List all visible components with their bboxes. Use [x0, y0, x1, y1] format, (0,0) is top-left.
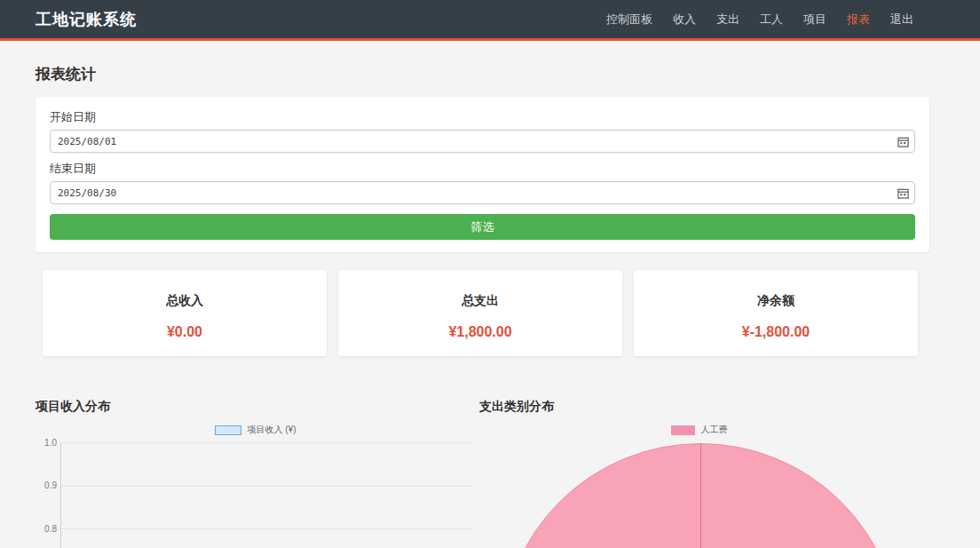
- stat-card-total-expense: 总支出 ¥1,800.00: [338, 270, 622, 356]
- nav-item-dashboard[interactable]: 控制面板: [606, 12, 652, 28]
- start-date-wrap: [50, 130, 915, 153]
- bar-chart: 项目收入 (¥) 1.0 0.9 0.8: [36, 418, 475, 548]
- pie-chart: 人工费: [479, 418, 919, 548]
- stats-row: 总收入 ¥0.00 总支出 ¥1,800.00 净余额 ¥-1,800.00: [43, 270, 918, 356]
- nav-item-income[interactable]: 收入: [673, 12, 696, 28]
- y-tick: 1.0: [36, 438, 57, 448]
- gridline: [60, 442, 473, 443]
- page: 工地记账系统 控制面板 收入 支出 工人 项目 报表 退出 报表统计 开始日期: [0, 0, 980, 548]
- stat-value: ¥-1,800.00: [742, 324, 810, 340]
- bar-chart-section: 项目收入分布 项目收入 (¥) 1.0 0.9 0.8: [36, 399, 475, 548]
- filter-card: 开始日期 结束日期: [36, 97, 929, 252]
- y-axis-line: [60, 442, 61, 548]
- filter-button[interactable]: 筛选: [50, 214, 915, 240]
- bar-legend-label: 项目收入 (¥): [248, 424, 296, 436]
- stat-value: ¥1,800.00: [448, 324, 511, 340]
- calendar-icon[interactable]: [897, 187, 909, 199]
- gridline: [60, 528, 473, 529]
- stat-value: ¥0.00: [167, 324, 202, 340]
- calendar-icon[interactable]: [897, 135, 909, 147]
- app-title: 工地记账系统: [36, 9, 137, 30]
- charts-row: 项目收入分布 项目收入 (¥) 1.0 0.9 0.8 支出类别分布: [36, 399, 980, 548]
- bar-chart-title: 项目收入分布: [36, 399, 475, 415]
- end-date-input[interactable]: [50, 181, 915, 204]
- nav-item-projects[interactable]: 项目: [803, 12, 826, 28]
- gridline: [60, 486, 473, 487]
- end-date-label: 结束日期: [50, 161, 915, 177]
- pie-chart-section: 支出类别分布 人工费: [479, 399, 919, 548]
- end-date-wrap: [50, 181, 915, 204]
- start-date-input[interactable]: [50, 130, 915, 153]
- main-nav: 控制面板 收入 支出 工人 项目 报表 退出: [606, 12, 913, 28]
- page-title: 报表统计: [36, 64, 980, 84]
- pie-chart-title: 支出类别分布: [479, 399, 919, 415]
- navbar: 工地记账系统 控制面板 收入 支出 工人 项目 报表 退出: [0, 0, 980, 41]
- nav-item-expense[interactable]: 支出: [716, 12, 739, 28]
- nav-item-logout[interactable]: 退出: [890, 12, 913, 28]
- start-date-label: 开始日期: [50, 109, 915, 125]
- stat-label: 总收入: [166, 293, 203, 309]
- bar-chart-legend[interactable]: 项目收入 (¥): [36, 424, 475, 436]
- pie-chart-legend[interactable]: 人工费: [479, 424, 919, 436]
- stat-card-net-balance: 净余额 ¥-1,800.00: [634, 270, 918, 356]
- stat-label: 总支出: [462, 293, 499, 309]
- pie-legend-label: 人工费: [701, 424, 728, 436]
- bar-legend-swatch: [215, 425, 241, 435]
- nav-item-reports[interactable]: 报表: [847, 12, 870, 28]
- pie-slice-border: [700, 443, 701, 548]
- nav-item-workers[interactable]: 工人: [760, 12, 783, 28]
- stat-card-total-income: 总收入 ¥0.00: [43, 270, 327, 356]
- pie-legend-swatch: [671, 425, 695, 435]
- stat-label: 净余额: [757, 293, 794, 309]
- y-tick: 0.8: [36, 524, 57, 534]
- y-tick: 0.9: [36, 480, 57, 490]
